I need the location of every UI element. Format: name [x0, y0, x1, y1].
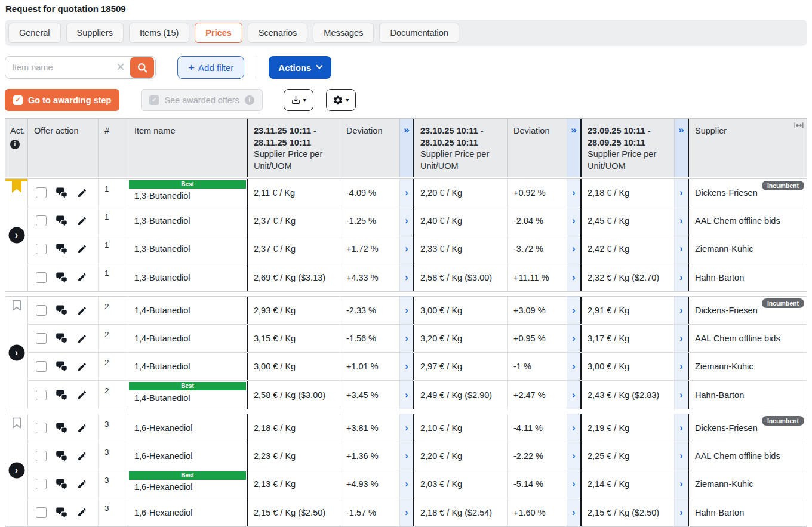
row-checkbox[interactable] [36, 479, 47, 489]
expand-row-period-3-icon[interactable]: › [675, 414, 688, 442]
chat-icon[interactable] [56, 422, 68, 434]
edit-pencil-icon[interactable] [77, 334, 87, 344]
expand-row-period-3-icon[interactable]: › [675, 325, 688, 352]
chat-icon[interactable] [56, 215, 68, 227]
chat-icon[interactable] [56, 272, 68, 283]
download-button[interactable]: ▾ [284, 89, 313, 111]
chat-icon[interactable] [56, 478, 68, 490]
expand-row-period-1-icon[interactable]: › [400, 325, 413, 352]
expand-row-period-2-icon[interactable]: › [567, 442, 580, 470]
expand-period-1-icon[interactable]: » [400, 119, 413, 177]
expand-row-period-3-icon[interactable]: › [675, 235, 688, 263]
bookmark-icon[interactable] [11, 300, 21, 312]
row-checkbox[interactable] [36, 333, 47, 344]
bookmark-icon[interactable] [11, 417, 21, 429]
edit-pencil-icon[interactable] [77, 479, 87, 489]
edit-pencil-icon[interactable] [77, 390, 87, 400]
expand-row-period-2-icon[interactable]: › [567, 263, 580, 291]
expand-row-period-3-icon[interactable]: › [675, 381, 688, 409]
row-checkbox[interactable] [36, 272, 47, 283]
expand-row-period-1-icon[interactable]: › [400, 381, 413, 409]
tab-general[interactable]: General [8, 23, 61, 43]
chat-icon[interactable] [56, 332, 68, 344]
row-checkbox[interactable] [36, 390, 47, 400]
tab-scenarios[interactable]: Scenarios [248, 23, 307, 43]
expand-row-period-3-icon[interactable]: › [675, 297, 688, 324]
bookmark-filled-icon[interactable] [10, 181, 23, 194]
expand-row-period-1-icon[interactable]: › [400, 414, 413, 442]
row-checkbox[interactable] [36, 507, 47, 518]
expand-row-period-1-icon[interactable]: › [400, 263, 413, 291]
info-icon[interactable]: i [10, 140, 20, 149]
search-button[interactable] [130, 57, 154, 78]
row-checkbox[interactable] [36, 361, 47, 372]
edit-pencil-icon[interactable] [77, 188, 87, 198]
chat-icon[interactable] [56, 304, 68, 316]
expand-row-period-3-icon[interactable]: › [675, 353, 688, 380]
settings-button[interactable]: ▾ [326, 89, 356, 111]
row-checkbox[interactable] [36, 215, 47, 226]
expand-group-button[interactable]: › [8, 345, 24, 361]
edit-pencil-icon[interactable] [77, 423, 87, 433]
chat-icon[interactable] [56, 507, 68, 519]
expand-group-button[interactable]: › [8, 227, 24, 244]
expand-row-period-3-icon[interactable]: › [675, 263, 688, 291]
edit-pencil-icon[interactable] [77, 244, 87, 254]
chat-icon[interactable] [56, 360, 68, 372]
expand-row-period-1-icon[interactable]: › [400, 297, 413, 324]
see-awarded-offers-button[interactable]: ✓ See awarded offers i [141, 89, 262, 111]
edit-pencil-icon[interactable] [77, 507, 87, 517]
tab-messages[interactable]: Messages [313, 23, 374, 43]
expand-row-period-3-icon[interactable]: › [675, 442, 688, 470]
expand-row-period-2-icon[interactable]: › [567, 235, 580, 263]
row-checkbox[interactable] [36, 187, 47, 198]
chat-icon[interactable] [56, 187, 68, 199]
tab-items-15[interactable]: Items (15) [129, 23, 189, 43]
chat-icon[interactable] [56, 450, 68, 462]
expand-row-period-3-icon[interactable]: › [675, 470, 688, 498]
row-checkbox[interactable] [36, 244, 47, 254]
expand-row-period-2-icon[interactable]: › [567, 353, 580, 380]
expand-row-period-2-icon[interactable]: › [567, 207, 580, 235]
expand-row-period-2-icon[interactable]: › [567, 381, 580, 409]
expand-row-period-3-icon[interactable]: › [675, 179, 688, 207]
expand-row-period-2-icon[interactable]: › [567, 297, 580, 324]
expand-row-period-1-icon[interactable]: › [400, 235, 413, 263]
item-name: 1,6-Hexanediol [134, 508, 193, 517]
edit-pencil-icon[interactable] [77, 306, 87, 316]
expand-period-3-icon[interactable]: » [675, 119, 688, 177]
chat-icon[interactable] [56, 243, 68, 255]
expand-period-2-icon[interactable]: » [567, 119, 580, 177]
tab-suppliers[interactable]: Suppliers [66, 23, 124, 43]
expand-row-period-1-icon[interactable]: › [400, 498, 413, 526]
edit-pencil-icon[interactable] [77, 451, 87, 461]
column-resize-icon[interactable] [794, 122, 804, 129]
tab-prices[interactable]: Prices [195, 23, 242, 43]
tab-documentation[interactable]: Documentation [379, 23, 459, 43]
expand-row-period-2-icon[interactable]: › [567, 414, 580, 442]
expand-row-period-2-icon[interactable]: › [567, 498, 580, 526]
expand-row-period-2-icon[interactable]: › [567, 470, 580, 498]
edit-pencil-icon[interactable] [77, 216, 87, 226]
edit-pencil-icon[interactable] [77, 362, 87, 372]
expand-row-period-1-icon[interactable]: › [400, 442, 413, 470]
expand-row-period-3-icon[interactable]: › [675, 207, 688, 235]
actions-button[interactable]: Actions [269, 56, 331, 79]
expand-row-period-3-icon[interactable]: › [675, 498, 688, 526]
chat-icon[interactable] [56, 389, 68, 401]
expand-row-period-1-icon[interactable]: › [400, 179, 413, 207]
expand-row-period-1-icon[interactable]: › [400, 470, 413, 498]
expand-row-period-1-icon[interactable]: › [400, 353, 413, 380]
edit-pencil-icon[interactable] [77, 272, 87, 282]
clear-search-icon[interactable]: × [116, 60, 129, 75]
expand-group-button[interactable]: › [8, 463, 24, 479]
go-to-awarding-step-button[interactable]: ✓ Go to awarding step [5, 89, 119, 111]
add-filter-button[interactable]: + Add filter [177, 56, 244, 79]
row-checkbox[interactable] [36, 305, 47, 316]
row-checkbox[interactable] [36, 423, 47, 433]
search-input[interactable] [5, 63, 116, 72]
expand-row-period-2-icon[interactable]: › [567, 325, 580, 352]
expand-row-period-1-icon[interactable]: › [400, 207, 413, 235]
row-checkbox[interactable] [36, 451, 47, 461]
expand-row-period-2-icon[interactable]: › [567, 179, 580, 207]
